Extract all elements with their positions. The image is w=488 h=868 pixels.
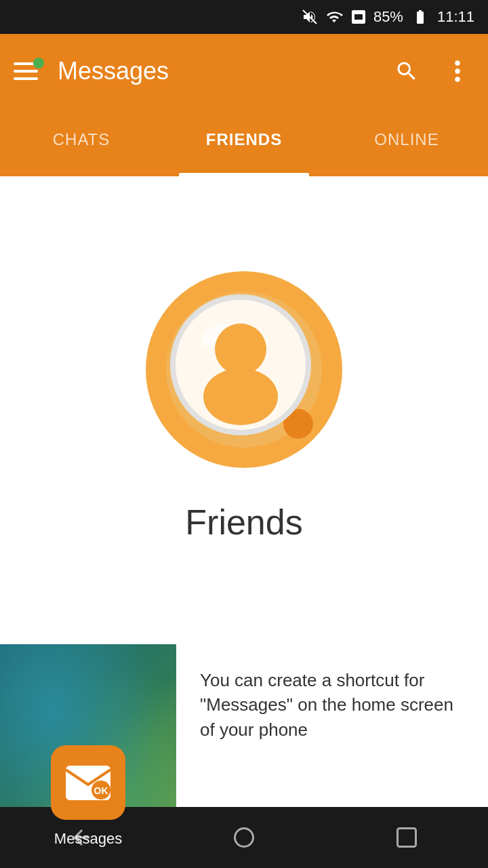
content-area: Friends OK [0, 176, 488, 868]
more-icon [454, 59, 461, 83]
home-icon [232, 825, 256, 850]
hamburger-menu-button[interactable] [14, 54, 47, 88]
more-options-button[interactable] [441, 54, 474, 88]
dialog-app-name: Messages [54, 830, 122, 848]
search-icon [394, 59, 419, 83]
tab-chats-label: CHATS [53, 130, 110, 149]
battery-icon [410, 9, 430, 25]
svg-point-1 [455, 60, 460, 66]
svg-point-8 [215, 323, 266, 375]
app-icon-container: OK Messages [51, 745, 125, 848]
svg-point-2 [455, 68, 460, 74]
svg-text:OK: OK [94, 785, 108, 796]
tab-online-label: ONLINE [374, 130, 439, 149]
app-bar: Messages [0, 34, 488, 108]
messages-app-icon: OK [51, 745, 125, 820]
tab-friends-label: FRIENDS [206, 130, 282, 149]
search-button[interactable] [390, 54, 424, 88]
tab-friends[interactable]: FRIENDS [163, 108, 325, 176]
svg-point-9 [203, 368, 278, 425]
friends-section: Friends [0, 176, 488, 644]
friends-page-title: Friends [185, 502, 302, 542]
envelope-icon: OK [64, 764, 112, 802]
mute-icon [302, 9, 318, 25]
battery-percentage: 85% [373, 8, 403, 26]
menu-bar-3 [14, 77, 38, 80]
svg-rect-16 [398, 829, 416, 847]
status-icons: 85% 11:11 [302, 8, 474, 26]
time-display: 11:11 [437, 8, 474, 26]
app-bar-actions [390, 54, 474, 88]
recent-icon [394, 825, 419, 850]
status-bar: 85% 11:11 [0, 0, 488, 34]
dialog-message: You can create a shortcut for "Messages"… [200, 668, 464, 802]
svg-point-15 [235, 829, 253, 847]
tab-bar: CHATS FRIENDS ONLINE [0, 108, 488, 176]
wifi-icon [325, 9, 344, 25]
page-wrapper: 85% 11:11 Messages [0, 0, 488, 868]
app-title: Messages [58, 57, 390, 85]
notification-dot [33, 58, 44, 68]
nfc-icon [350, 9, 367, 25]
tab-online[interactable]: ONLINE [325, 108, 488, 176]
recent-button[interactable] [380, 817, 434, 858]
svg-point-3 [455, 77, 460, 82]
tab-chats[interactable]: CHATS [0, 108, 163, 176]
menu-bar-2 [14, 70, 38, 73]
home-button[interactable] [217, 817, 271, 858]
friends-illustration [136, 264, 352, 481]
